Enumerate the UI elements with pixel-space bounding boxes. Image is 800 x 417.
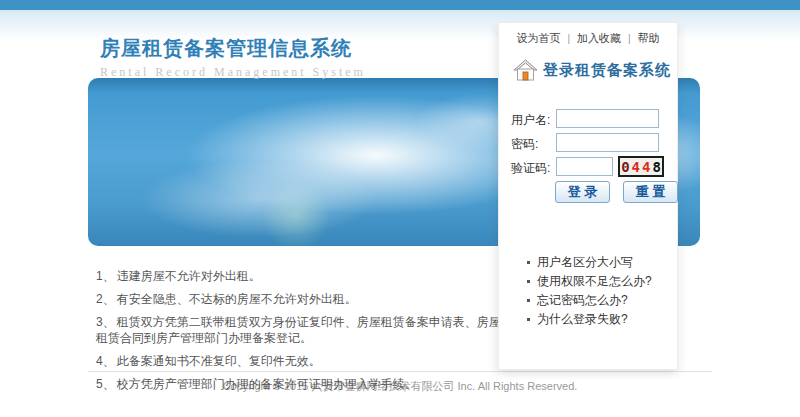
rule-text: 校方凭房产管理部门办理的备案许可证明办理入学手续。	[117, 377, 417, 391]
help-link-login-failed[interactable]: 为什么登录失败?	[527, 310, 652, 329]
rule-item: 1、违建房屋不允许对外出租。	[96, 268, 510, 284]
rule-text: 此备案通知书不准复印、复印件无效。	[117, 354, 321, 368]
captcha-label: 验证码:	[511, 160, 550, 177]
rules-list: 1、违建房屋不允许对外出租。 2、有安全隐患、不达标的房屋不允许对外出租。 3、…	[96, 268, 510, 399]
password-label: 密码:	[511, 136, 538, 153]
top-accent-bar	[0, 0, 800, 10]
rule-item: 3、租赁双方凭第二联带租赁双方身份证复印件、房屋租赁备案申请表、房屋租赁合同到房…	[96, 314, 510, 346]
captcha-image[interactable]: 0 4 4 8	[618, 156, 664, 177]
captcha-digit: 0	[621, 160, 629, 174]
site-header: 房屋租赁备案管理信息系统 Rental Record Management Sy…	[100, 35, 366, 80]
home-icon	[513, 59, 538, 81]
login-button[interactable]: 登 录	[555, 181, 610, 203]
login-panel: 设为首页|加入收藏|帮助 登录租赁备案系统 用户名: 密码: 验证码: 0 4 …	[498, 22, 678, 370]
rule-number: 4、	[96, 354, 115, 368]
password-input[interactable]	[556, 133, 659, 152]
help-link-case-sensitive[interactable]: 用户名区分大小写	[527, 253, 652, 272]
rule-number: 2、	[96, 292, 115, 306]
login-panel-title: 登录租赁备案系统	[543, 61, 671, 80]
rule-text: 有安全隐患、不达标的房屋不允许对外出租。	[117, 292, 357, 306]
username-label: 用户名:	[511, 112, 550, 129]
help-links-list: 用户名区分大小写 使用权限不足怎么办? 忘记密码怎么办? 为什么登录失败?	[527, 253, 652, 329]
captcha-input[interactable]	[556, 157, 613, 176]
help-link[interactable]: 帮助	[638, 32, 660, 44]
rule-item: 2、有安全隐患、不达标的房屋不允许对外出租。	[96, 291, 510, 307]
rule-item: 4、此备案通知书不准复印、复印件无效。	[96, 353, 510, 369]
page-title: 房屋租赁备案管理信息系统	[100, 35, 366, 62]
set-home-link[interactable]: 设为首页	[516, 32, 560, 44]
nav-separator: |	[567, 33, 570, 44]
add-favorites-link[interactable]: 加入收藏	[577, 32, 621, 44]
captcha-digit: 8	[652, 160, 660, 174]
rule-text: 租赁双方凭第二联带租赁双方身份证复印件、房屋租赁备案申请表、房屋租赁合同到房产管…	[96, 315, 501, 345]
rule-item: 5、校方凭房产管理部门办理的备案许可证明办理入学手续。	[96, 376, 510, 392]
login-panel-header: 登录租赁备案系统	[513, 59, 671, 81]
help-link-forgot-password[interactable]: 忘记密码怎么办?	[527, 291, 652, 310]
page-subtitle: Rental Record Management System	[100, 65, 366, 80]
help-link-permissions[interactable]: 使用权限不足怎么办?	[527, 272, 652, 291]
reset-button[interactable]: 重 置	[623, 181, 678, 203]
rule-number: 5、	[96, 377, 115, 391]
utility-nav: 设为首页|加入收藏|帮助	[499, 31, 677, 46]
nav-separator: |	[628, 33, 631, 44]
rule-text: 违建房屋不允许对外出租。	[117, 269, 261, 283]
username-input[interactable]	[556, 109, 659, 128]
captcha-digit: 4	[642, 160, 650, 174]
captcha-digit: 4	[632, 160, 640, 174]
rule-number: 1、	[96, 269, 115, 283]
rule-number: 3、	[96, 315, 115, 329]
captcha-row: 验证码: 0 4 4 8	[511, 157, 671, 176]
password-row: 密码:	[511, 133, 671, 152]
username-row: 用户名:	[511, 109, 671, 128]
